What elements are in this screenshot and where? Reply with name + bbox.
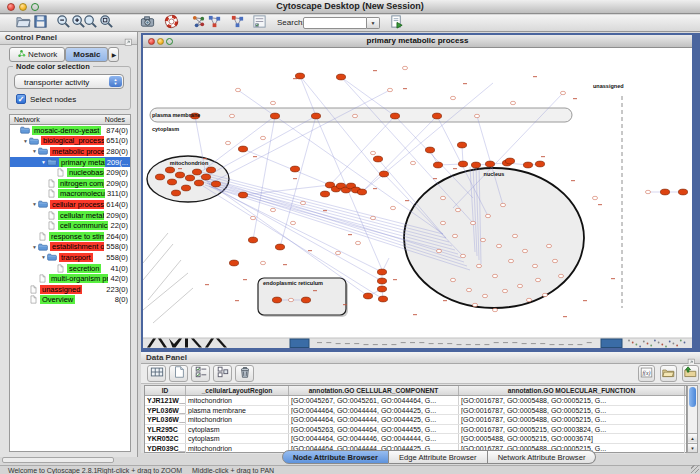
- network-node-small[interactable]: [480, 238, 485, 241]
- search-input[interactable]: [304, 18, 366, 28]
- tree-row-nucleobase-[interactable]: nucleobase-209(0): [10, 167, 130, 178]
- tree-row-macromolecule[interactable]: macromolecule311(0): [10, 189, 130, 200]
- network-node-small[interactable]: [546, 244, 551, 247]
- scroll-up-button[interactable]: ▲: [688, 433, 697, 442]
- tree-row-establishment-of-lo[interactable]: ▼establishment of lo558(0): [10, 242, 130, 253]
- network-node[interactable]: [457, 142, 466, 148]
- column-header-0[interactable]: ID: [145, 386, 186, 395]
- network-node[interactable]: [185, 175, 194, 181]
- network-node-small[interactable]: [390, 206, 395, 209]
- attr-import-button[interactable]: [386, 16, 406, 31]
- tree-row-metabolic-process[interactable]: ▼metabolic process280(0): [10, 146, 130, 157]
- tree-row-transport[interactable]: ▼transport558(0): [10, 252, 130, 263]
- vizmapper-form-button[interactable]: [249, 16, 269, 31]
- network-node[interactable]: [311, 113, 320, 119]
- more-tabs-button[interactable]: ▶: [108, 47, 119, 62]
- network-node[interactable]: [155, 174, 164, 180]
- network-node[interactable]: [363, 293, 372, 299]
- tree-row-nitrogen-compo[interactable]: nitrogen compo209(0): [10, 178, 130, 189]
- network-node-small[interactable]: [450, 96, 455, 99]
- network-node-small[interactable]: [552, 259, 557, 262]
- tree-row-overview[interactable]: Overview8(0): [10, 295, 130, 306]
- unified-delete-button[interactable]: [213, 365, 232, 382]
- import-attr-button[interactable]: [682, 365, 699, 382]
- network-node-small[interactable]: [460, 254, 465, 257]
- table-row[interactable]: YPL036W__1mitochondrion[GO:0044464, GO:0…: [145, 415, 686, 425]
- network-node-small[interactable]: [370, 151, 375, 154]
- network-node[interactable]: [181, 185, 190, 191]
- expand-arrow-icon[interactable]: ▼: [40, 159, 47, 165]
- network-node[interactable]: [357, 189, 366, 195]
- network-node-small[interactable]: [229, 114, 234, 117]
- network-node-small[interactable]: [500, 203, 505, 206]
- tree-row-biological-process[interactable]: ▼biological_process651(0): [10, 136, 130, 147]
- network-node-small[interactable]: [455, 208, 460, 211]
- camera-button[interactable]: [137, 16, 157, 31]
- network-node-small[interactable]: [492, 308, 497, 311]
- network-node[interactable]: [377, 286, 386, 292]
- network-node-small[interactable]: [476, 264, 481, 267]
- network-canvas[interactable]: plasma membranecytoplasmmitochondrionnuc…: [143, 48, 692, 348]
- search-box[interactable]: [303, 17, 367, 29]
- layout-red-button[interactable]: [227, 16, 247, 31]
- network-node-small[interactable]: [510, 101, 515, 104]
- network-node-small[interactable]: [558, 274, 563, 277]
- network-node-small[interactable]: [387, 88, 392, 91]
- network-node-small[interactable]: [260, 136, 265, 139]
- network-node-small[interactable]: [260, 261, 265, 264]
- tab-network-attribute-browser[interactable]: Network Attribute Browser: [488, 450, 597, 464]
- network-node[interactable]: [290, 166, 299, 172]
- expand-arrow-icon[interactable]: ▼: [40, 254, 47, 260]
- network-node[interactable]: [270, 113, 279, 119]
- network-node[interactable]: [678, 189, 687, 195]
- expand-arrow-icon[interactable]: ▼: [31, 201, 38, 207]
- network-node[interactable]: [211, 181, 220, 187]
- network-node-small[interactable]: [300, 201, 305, 204]
- network-node-small[interactable]: [542, 293, 547, 296]
- network-node[interactable]: [165, 167, 174, 173]
- network-node-small[interactable]: [355, 241, 360, 244]
- network-node-small[interactable]: [335, 251, 340, 254]
- network-node[interactable]: [660, 189, 669, 195]
- network-view-titlebar[interactable]: primary metabolic process: [143, 35, 692, 48]
- network-node-small[interactable]: [436, 249, 441, 252]
- network-node[interactable]: [229, 260, 238, 266]
- help-lifesaver-button[interactable]: [161, 16, 181, 31]
- table-row[interactable]: YKR052Ccytoplasm[GO:0044464, GO:0044446,…: [145, 434, 686, 444]
- network-node[interactable]: [192, 169, 201, 175]
- open-attr-button[interactable]: [660, 365, 677, 382]
- network-node-small[interactable]: [225, 141, 230, 144]
- resize-grip[interactable]: [691, 465, 699, 473]
- network-node[interactable]: [377, 278, 386, 284]
- trash-button[interactable]: [235, 365, 254, 382]
- network-node-small[interactable]: [508, 259, 513, 262]
- tab-node-attribute-browser[interactable]: Node Attribute Browser: [282, 450, 389, 464]
- tree-row-secretion[interactable]: secretion41(0): [10, 263, 130, 274]
- network-node[interactable]: [433, 162, 442, 168]
- network-node-small[interactable]: [470, 221, 475, 224]
- network-node[interactable]: [171, 190, 180, 196]
- table-row[interactable]: YPL036W__2plasma membrane[GO:0044464, GO…: [145, 406, 686, 416]
- expand-arrow-icon[interactable]: ▼: [31, 244, 38, 250]
- network-node[interactable]: [238, 146, 247, 152]
- network-node[interactable]: [432, 113, 441, 119]
- table-scrollbar[interactable]: ▲ ▼: [687, 385, 698, 453]
- network-node-small[interactable]: [532, 264, 537, 267]
- tab-network[interactable]: Network: [9, 47, 65, 62]
- network-node[interactable]: [272, 297, 281, 303]
- network-node-small[interactable]: [485, 214, 490, 217]
- tree-row-response-to-stimulu[interactable]: response to stimulu264(0): [10, 231, 130, 242]
- network-node-small[interactable]: [440, 221, 445, 224]
- network-node[interactable]: [336, 74, 345, 80]
- network-node[interactable]: [485, 161, 494, 167]
- network-node[interactable]: [201, 174, 210, 180]
- network-node[interactable]: [206, 167, 215, 173]
- select-columns-button[interactable]: [147, 365, 166, 382]
- network-node[interactable]: [238, 192, 247, 198]
- network-node-small[interactable]: [290, 221, 295, 224]
- network-node-small[interactable]: [450, 278, 455, 281]
- select-nodes-checkbox[interactable]: ✓: [16, 94, 26, 104]
- network-node[interactable]: [505, 158, 514, 164]
- network-node-small[interactable]: [496, 244, 501, 247]
- tree-row-unassigned[interactable]: unassigned223(0): [10, 284, 130, 295]
